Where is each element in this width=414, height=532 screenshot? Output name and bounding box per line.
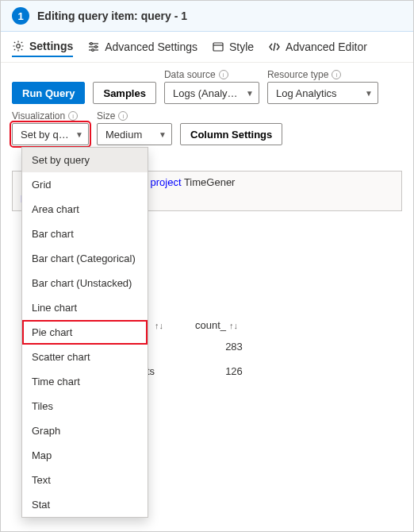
chevron-down-icon: ▼ [246,89,254,98]
gear-icon [12,40,25,52]
visualization-dropdown[interactable]: Set by q… ▼ [12,123,89,145]
visualization-option[interactable]: Pie chart [22,320,148,345]
svg-point-4 [90,43,93,45]
samples-button[interactable]: Samples [93,82,155,104]
visualization-option[interactable]: Bar chart (Categorical) [22,246,148,271]
cell-count: 126 [202,365,266,377]
chevron-down-icon: ▼ [365,89,373,98]
tab-label: Advanced Editor [286,40,367,53]
visualization-option[interactable]: Stat [22,492,148,517]
tab-label: Style [229,40,254,53]
code-icon [268,40,281,53]
cell-count: 283 [202,341,266,353]
size-label: Sizei [97,110,172,121]
editor-header: 1 Editing query item: query - 1 [1,1,413,32]
visualization-option[interactable]: Line chart [22,295,148,320]
header-title: Editing query item: query - 1 [37,10,187,22]
controls-area: Run Query Samples Data sourcei Logs (Ana… [1,63,413,145]
chevron-down-icon: ▼ [75,130,83,139]
info-icon[interactable]: i [68,111,78,121]
svg-line-9 [274,43,275,51]
info-icon[interactable]: i [219,70,228,79]
visualization-option[interactable]: Text [22,468,148,492]
tab-row: Settings Advanced Settings Style Advance… [1,32,413,63]
svg-rect-7 [213,43,223,51]
run-query-button[interactable]: Run Query [12,82,85,104]
resource-type-dropdown[interactable]: Log Analytics ▼ [267,82,378,104]
tab-style[interactable]: Style [212,40,254,57]
tab-label: Settings [29,40,73,52]
visualization-option[interactable]: Time chart [22,369,148,394]
svg-point-5 [95,46,98,48]
visualization-option[interactable]: Map [22,443,148,468]
step-badge: 1 [12,7,29,25]
column-header-count[interactable]: count_↑↓ [195,319,238,331]
visualization-option[interactable]: Scatter chart [22,345,148,369]
svg-point-6 [92,49,94,52]
visualization-option[interactable]: Bar chart [22,222,148,246]
tab-label: Advanced Settings [105,40,197,53]
data-source-label: Data sourcei [164,69,259,80]
tab-advanced-editor[interactable]: Advanced Editor [268,40,367,57]
visualization-option[interactable]: Area chart [22,197,148,222]
visualization-option[interactable]: Bar chart (Unstacked) [22,271,148,295]
visualization-option[interactable]: Graph [22,418,148,443]
info-icon[interactable]: i [118,111,128,121]
data-source-dropdown[interactable]: Logs (Analy… ▼ [164,82,259,104]
visualization-option[interactable]: Grid [22,172,148,197]
visualization-label: Visualizationi [12,110,89,121]
sort-toggle[interactable]: ↑↓ [155,319,163,331]
visualization-menu: Set by queryGridArea chartBar chartBar c… [21,147,148,518]
sliders-icon [87,40,100,53]
visualization-option[interactable]: Set by query [22,148,148,172]
svg-point-0 [17,44,21,48]
resource-type-label: Resource typei [267,69,378,80]
size-dropdown[interactable]: Medium ▼ [97,123,172,145]
column-settings-button[interactable]: Column Settings [180,123,282,145]
visualization-option[interactable]: Tiles [22,394,148,418]
chevron-down-icon: ▼ [159,130,167,139]
info-icon[interactable]: i [332,70,341,79]
style-icon [212,40,224,53]
tab-settings[interactable]: Settings [12,40,73,57]
tab-advanced-settings[interactable]: Advanced Settings [87,40,197,57]
